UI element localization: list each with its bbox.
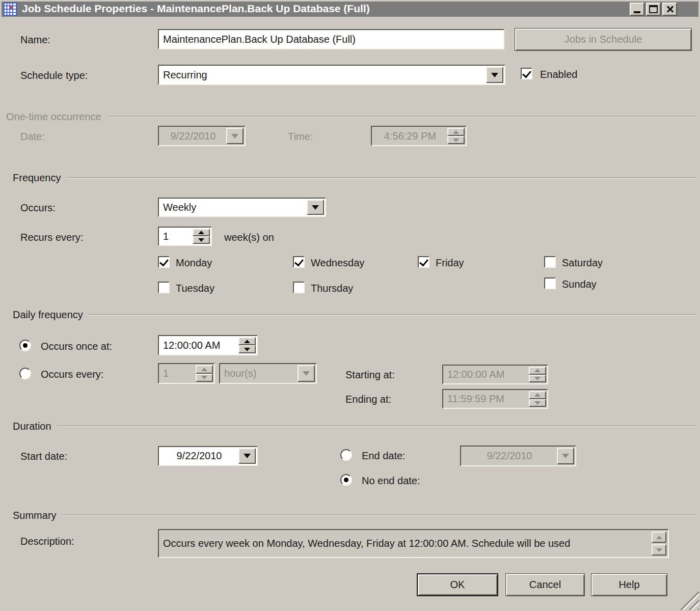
start-date-label: Start date:	[20, 450, 67, 462]
occurs-once-time-value: 12:00:00 AM	[163, 336, 236, 354]
enabled-checkbox[interactable]	[521, 68, 532, 79]
cancel-button-label: Cancel	[529, 579, 561, 591]
time-label: Time:	[288, 130, 313, 143]
one-time-time-value: 4:56:29 PM	[374, 127, 446, 145]
end-date-radio[interactable]	[340, 449, 352, 461]
spin-down-button	[196, 374, 213, 382]
occurs-value: Weekly	[163, 199, 305, 216]
arrow-down-icon	[244, 348, 250, 351]
checkbox-tuesday-label: Tuesday	[176, 282, 214, 294]
arrow-down-icon	[453, 138, 459, 142]
minimize-button[interactable]	[630, 3, 644, 16]
frequency-group-label: Frequency	[13, 172, 61, 184]
ending-at-spinner: 11:59:59 PM	[442, 389, 548, 409]
arrow-up-icon	[453, 130, 459, 134]
spin-down-button	[529, 399, 546, 407]
start-date-dropdown-button[interactable]	[238, 448, 256, 464]
close-icon	[666, 5, 674, 13]
description-scroll-down-button[interactable]	[652, 544, 666, 556]
spin-down-button[interactable]	[238, 345, 256, 353]
arrow-down-icon	[656, 548, 662, 552]
occurs-every-value: 1	[163, 364, 194, 383]
maximize-button[interactable]	[646, 3, 661, 16]
one-time-occurrence-group-label: One-time occurrence	[6, 111, 101, 123]
occurs-label: Occurs:	[20, 202, 56, 214]
chevron-down-icon	[244, 454, 251, 458]
occurs-dropdown-button[interactable]	[307, 200, 324, 215]
arrow-up-icon	[656, 536, 662, 539]
jobs-in-schedule-label: Jobs in Schedule	[564, 34, 642, 45]
arrow-up-icon	[201, 368, 207, 371]
spin-up-button	[196, 365, 213, 374]
checkbox-wednesday[interactable]	[293, 256, 305, 268]
checkbox-friday[interactable]	[418, 256, 429, 268]
group-divider	[62, 515, 697, 516]
schedule-type-dropdown-button[interactable]	[486, 67, 503, 83]
window-title: Job Schedule Properties - MaintenancePla…	[22, 3, 370, 15]
checkbox-monday-label: Monday	[176, 257, 212, 269]
group-divider	[66, 177, 697, 178]
spin-up-button[interactable]	[193, 229, 210, 236]
description-scroll-up-button[interactable]	[652, 532, 666, 543]
occurs-once-radio[interactable]	[19, 340, 31, 351]
starting-at-label: Starting at:	[345, 369, 395, 381]
occurs-every-unit-dropdown-button	[298, 365, 315, 382]
close-button[interactable]	[662, 3, 677, 16]
checkbox-thursday[interactable]	[293, 282, 305, 293]
starting-at-spin-buttons	[529, 367, 546, 382]
occurs-every-stepper: 1	[158, 363, 215, 384]
name-input-value: MaintenancePlan.Back Up Database (Full)	[163, 30, 500, 48]
no-end-date-radio[interactable]	[340, 474, 352, 486]
end-date-value: 9/22/2010	[463, 447, 556, 465]
starting-at-value: 12:00:00 AM	[447, 366, 527, 383]
schedule-type-label: Schedule type:	[20, 69, 88, 81]
arrow-down-icon	[534, 377, 541, 380]
checkbox-monday[interactable]	[158, 256, 170, 268]
recurs-every-unit-label: week(s) on	[224, 231, 274, 243]
start-date-select[interactable]: 9/22/2010	[158, 446, 258, 466]
schedule-type-select[interactable]: Recurring	[158, 65, 505, 85]
checkbox-saturday[interactable]	[544, 256, 556, 268]
recurs-every-spin-buttons	[193, 229, 210, 244]
spin-down-button	[529, 375, 546, 383]
recurs-every-value: 1	[163, 228, 191, 245]
starting-at-spinner: 12:00:00 AM	[442, 365, 548, 384]
checkbox-saturday-label: Saturday	[562, 257, 603, 269]
occurs-select[interactable]: Weekly	[158, 198, 326, 217]
help-button[interactable]: Help	[591, 573, 667, 596]
group-divider	[57, 426, 697, 427]
occurs-every-label: Occurs every:	[41, 368, 103, 380]
resize-grip[interactable]	[679, 590, 699, 610]
occurs-once-time-spinner[interactable]: 12:00:00 AM	[158, 335, 258, 355]
name-input[interactable]: MaintenancePlan.Back Up Database (Full)	[158, 29, 504, 49]
titlebar[interactable]: Job Schedule Properties - MaintenancePla…	[2, 2, 698, 17]
end-date-select: 9/22/2010	[460, 446, 576, 466]
chevron-down-icon	[562, 454, 569, 458]
minimize-icon	[634, 11, 640, 13]
chevron-down-icon	[312, 205, 319, 210]
jobs-in-schedule-button: Jobs in Schedule	[515, 28, 692, 51]
recurs-every-label: Recurs every:	[20, 231, 83, 243]
checkbox-tuesday[interactable]	[158, 282, 170, 293]
summary-group-label: Summary	[13, 510, 57, 521]
ok-button[interactable]: OK	[417, 573, 498, 596]
checkbox-thursday-label: Thursday	[311, 282, 353, 294]
description-box: Occurs every week on Monday, Wednesday, …	[158, 529, 669, 558]
occurs-every-unit-value: hour(s)	[224, 364, 295, 383]
chevron-down-icon	[491, 73, 498, 77]
cancel-button[interactable]: Cancel	[505, 573, 585, 596]
arrow-up-icon	[534, 369, 541, 372]
schedule-type-value: Recurring	[163, 66, 484, 84]
name-label: Name:	[20, 34, 50, 46]
recurs-every-stepper[interactable]: 1	[158, 227, 212, 246]
group-divider	[88, 314, 697, 315]
spin-down-button[interactable]	[193, 236, 210, 244]
checkbox-sunday[interactable]	[544, 277, 556, 289]
arrow-up-icon	[198, 231, 204, 234]
ok-button-label: OK	[450, 579, 465, 591]
arrow-down-icon	[534, 401, 541, 405]
spin-up-button[interactable]	[238, 337, 256, 345]
occurs-every-radio[interactable]	[19, 368, 31, 379]
description-value: Occurs every week on Monday, Wednesday, …	[163, 530, 645, 557]
occurs-once-label: Occurs once at:	[41, 340, 112, 352]
